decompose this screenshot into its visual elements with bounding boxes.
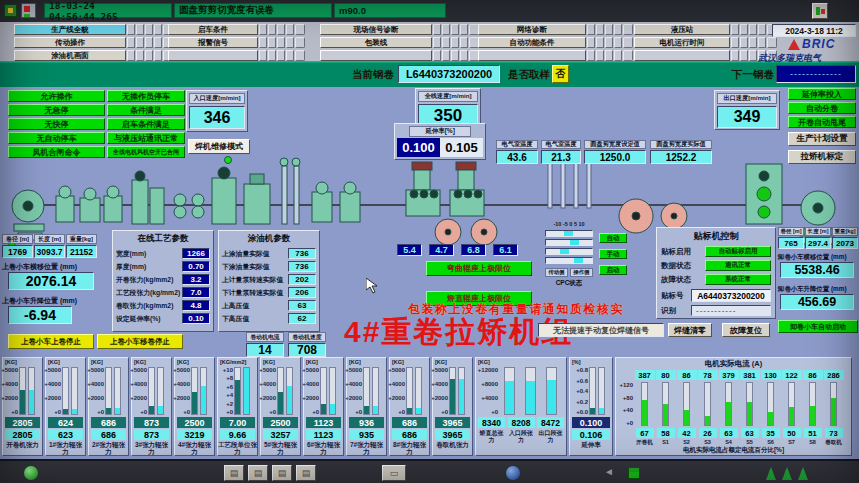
next-coil-id: ------------- (776, 65, 856, 83)
menu-item-button[interactable] (168, 50, 258, 61)
menu-item-button[interactable]: 包装线 (320, 37, 432, 48)
param-row: 工艺段张力(kg/mm2)7.0 (116, 286, 210, 299)
gauge-bar-fill (278, 392, 283, 414)
sample-toggle[interactable]: 否 (552, 65, 569, 83)
gauge-body: +5000+4000+2000+0 (435, 365, 470, 415)
param-label: 上高压值 (222, 301, 288, 311)
gauge-bar-track (598, 367, 605, 415)
motor-percent-value: 51 (804, 428, 822, 438)
gauge-body: +5000+4000+2000+0 (5, 365, 40, 415)
gauge-set-value: 936 (349, 417, 384, 428)
labeller-tag-label: 贴标号 (661, 291, 691, 301)
window-button-icon[interactable]: ▤ (224, 465, 244, 481)
gauge-body: +5000+4000+2000+0 (91, 365, 126, 415)
window-button-icon[interactable]: ▤ (272, 465, 292, 481)
audio-icon[interactable]: ◄ (602, 466, 616, 480)
action-button[interactable]: 延伸率投入 (788, 88, 856, 100)
alarm-bell-icon[interactable] (21, 3, 36, 18)
gauge-actual-value: 686 (91, 429, 126, 440)
motor-bar-track (725, 382, 732, 426)
menu-indicator-cell (587, 24, 595, 35)
gauge-bar-fill (149, 406, 154, 414)
menu-item-button[interactable]: 报警信号 (168, 37, 258, 48)
weld-repair-mode-button[interactable]: 焊机维修模式 (188, 139, 250, 154)
menu-item-button[interactable]: 网络诊断 (478, 24, 586, 35)
tension-gauge: [KG]+5000+4000+2000+08738733#张力辊张力 (131, 357, 172, 456)
gauge-body: +5000+4000+2000+0 (392, 365, 427, 415)
tension-gauge: [KG]+5000+4000+2000+039653965卷取机张力 (432, 357, 473, 456)
cpc-button[interactable]: 启动 (599, 265, 627, 275)
gauge-bar-fill (599, 408, 604, 414)
cpc-slider[interactable] (545, 248, 593, 255)
menu-item-button[interactable]: 启车条件 (168, 24, 258, 35)
gauge-actual-value: 686 (392, 429, 427, 440)
gauge-tick: +0 (269, 409, 276, 415)
window-button-icon[interactable]: ▤ (248, 465, 268, 481)
gauge-tick: +4000 (87, 381, 104, 387)
chart-icon[interactable] (812, 3, 828, 19)
menu-item-button[interactable]: 生产线全貌 (14, 24, 126, 35)
gauge-label: 6#张力辊张力 (304, 441, 343, 455)
action-button[interactable]: 自动分卷 (788, 102, 856, 114)
menu-indicator-cell (460, 50, 468, 61)
tension-gauge: [KG]+5000+4000+2000+06866868#张力辊张力 (389, 357, 430, 456)
motor-current-value: 286 (824, 370, 844, 380)
gauge-actual-value: 873 (134, 429, 169, 440)
menu-item-button[interactable]: 电机运行时间 (634, 37, 730, 48)
menu-indicator-cell (433, 50, 441, 61)
coil-car-stop-button[interactable]: 上卷小车移卷停止 (97, 334, 183, 349)
menu-item-button[interactable]: 传动操作 (14, 37, 126, 48)
cpc-slider[interactable] (545, 239, 593, 246)
gauge-strip: [KG]+5000+4000+2000+028052805开卷机张力[KG]+5… (2, 357, 852, 456)
keyboard-icon[interactable]: ▭ (382, 465, 406, 481)
action-button[interactable]: 生产计划设置 (788, 132, 856, 146)
motor-name: S1 (662, 439, 669, 445)
param-label: 厚度(mm) (116, 262, 182, 272)
menu-item-button[interactable] (634, 50, 730, 61)
cpc-button[interactable]: 手动 (599, 249, 627, 259)
gauge-tick: +4000 (130, 381, 147, 387)
menu-item-button[interactable]: 现场信号诊断 (320, 24, 432, 35)
motor-column: 8642S2 (676, 370, 697, 445)
weld-clear-button[interactable]: 焊缝清零 (668, 323, 712, 337)
menu-item-button[interactable] (478, 50, 586, 61)
menu-row: 报警信号 (168, 37, 305, 48)
param-value: 0.10 (182, 313, 210, 324)
cpc-slider[interactable] (545, 257, 593, 264)
gauge-tick: +2000 (44, 395, 61, 401)
action-button[interactable]: 开卷自动甩尾 (788, 116, 856, 128)
gauge-tick: +4000 (388, 381, 405, 387)
menu-item-button[interactable] (320, 50, 432, 61)
cpc-button[interactable]: 自动 (599, 233, 627, 243)
fault-reset-button[interactable]: 故障复位 (722, 323, 770, 337)
gauge-bar-fill (201, 386, 206, 414)
cpc-slider[interactable] (545, 230, 593, 237)
coil-car-stop-button[interactable]: 上卷小车上卷停止 (8, 334, 94, 349)
menu-item-button[interactable]: 自动功能条件 (478, 37, 586, 48)
labeller-panel: 贴标机控制 贴标启用自动贴标启用数据状态通讯正常故障状态系统正常 贴标号 A64… (656, 227, 776, 319)
alarm-ack-icon[interactable] (4, 4, 17, 17)
action-button[interactable]: 拉矫机标定 (788, 150, 856, 164)
window-button-icon[interactable]: ▤ (296, 465, 316, 481)
gauge-label: 入口段张力 (508, 430, 535, 444)
warning-no-speedup: 无法提速手动复位焊缝信号 (538, 323, 664, 337)
gauge-tick: +4 (226, 392, 233, 398)
led-icon (24, 466, 38, 480)
gauge-bar-track (363, 367, 370, 415)
coil-traverse-value: 2076.14 (8, 272, 94, 290)
menu-indicator-cell (749, 50, 757, 61)
gauge-tick: +4000 (345, 381, 362, 387)
gauge-bar-track (243, 367, 250, 415)
menu-item-button[interactable]: 涂油机画面 (14, 50, 126, 61)
motor-name: S8 (809, 439, 816, 445)
exit-car-auto-start-button[interactable]: 卸卷小车自动启动 (778, 320, 858, 333)
gauge-label: 卷取机张力 (433, 441, 472, 448)
alarm-value: m90.0 (334, 3, 446, 18)
motor-bar-fill (684, 410, 689, 425)
coil-stat-label: 重量[kg] (832, 227, 858, 236)
network-icon[interactable] (506, 466, 520, 480)
motor-bar-fill (663, 404, 668, 425)
meter-icon[interactable] (628, 467, 640, 479)
menu-item-button[interactable]: 液压站 (634, 24, 730, 35)
menu-indicator-cell (442, 37, 450, 48)
